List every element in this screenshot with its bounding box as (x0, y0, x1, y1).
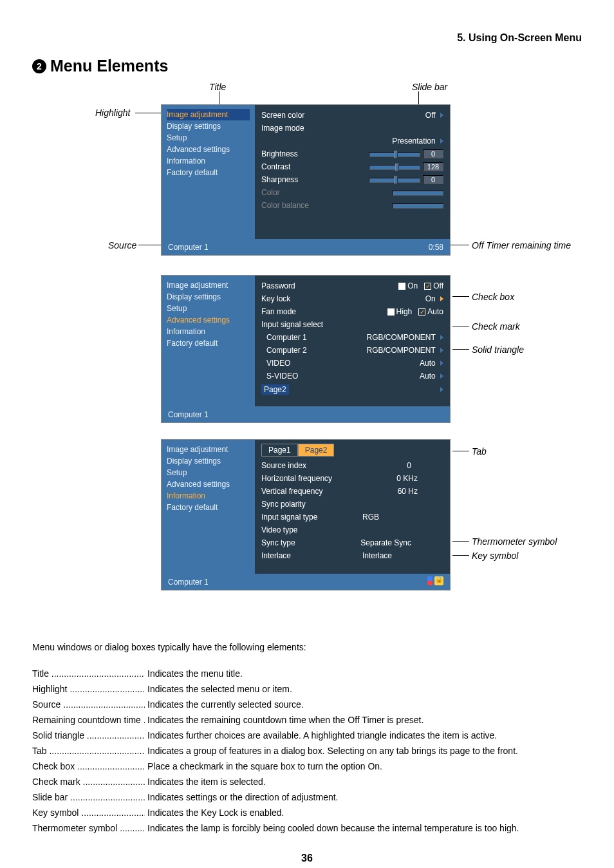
sidebar-item[interactable]: Setup (167, 467, 250, 478)
tab-group: Page1 Page2 (261, 444, 443, 457)
slider-control[interactable]: 0 (369, 175, 443, 184)
menu3-sidebar: Image adjustment Display settings Setup … (162, 440, 255, 590)
def-row: Solid triangle .........................… (32, 730, 582, 741)
def-desc: Indicates the Key Lock is enabled. (145, 807, 582, 818)
sidebar-item[interactable]: Display settings (167, 291, 250, 303)
sidebar-item[interactable]: Setup (167, 132, 250, 144)
sidebar-item[interactable]: Image adjustment (167, 109, 250, 120)
sidebar-item[interactable]: Information (167, 155, 250, 167)
checkbox-icon[interactable] (418, 308, 425, 316)
sidebar-item[interactable]: Display settings (167, 120, 250, 132)
callout-thermometer: Thermometer symbol (472, 536, 557, 547)
slider-control (392, 201, 443, 210)
callout-check-box: Check box (472, 292, 514, 302)
row-value[interactable]: RGB/COMPONENT (367, 346, 443, 355)
triangle-icon (440, 138, 443, 144)
row-label: Contrast (261, 162, 290, 171)
callout-highlight: Highlight (95, 108, 130, 118)
row-label: Sync type (261, 538, 295, 547)
def-row: Check mark .............................… (32, 777, 582, 787)
triangle-icon (440, 296, 443, 301)
row-label: Fan mode (261, 307, 296, 316)
sidebar-item[interactable]: Advanced settings (167, 478, 250, 490)
row-value[interactable]: Auto (420, 359, 443, 368)
def-desc: Indicates the selected menu or item. (145, 684, 582, 694)
def-term: Remaining countdown time ..... (32, 715, 145, 725)
checkbox-icon[interactable] (398, 283, 405, 290)
status-bar: Computer 1 (162, 406, 450, 422)
slider-control[interactable]: 128 (369, 162, 443, 171)
def-row: Check box ..............................… (32, 761, 582, 771)
row-label: Input signal select (261, 320, 323, 329)
row-value[interactable]: Presentation (392, 137, 443, 146)
callout-title: Title (209, 82, 226, 92)
section-title-text: Menu Elements (50, 57, 168, 75)
checkbox-icon[interactable] (424, 283, 431, 290)
tab-page2[interactable]: Page2 (298, 444, 335, 457)
row-value[interactable]: Off (425, 111, 443, 120)
callout-off-timer: Off Timer remaining time (472, 240, 571, 250)
row-value: 60 Hz (398, 487, 443, 496)
row-value[interactable]: Auto (420, 372, 443, 381)
sidebar-item[interactable]: Factory default (167, 167, 250, 178)
triangle-icon (440, 335, 443, 340)
menu-image-adjustment: Image adjustment Display settings Setup … (161, 104, 451, 256)
row-label: Color balance (261, 201, 309, 210)
sidebar-item[interactable]: Setup (167, 303, 250, 314)
def-desc: Indicates the lamp is forcibly being coo… (145, 823, 582, 833)
menu2-sidebar: Image adjustment Display settings Setup … (162, 276, 255, 422)
row-value: RGB (362, 513, 443, 522)
triangle-icon (440, 113, 443, 118)
page-number: 36 (32, 853, 582, 864)
row-label: Color (261, 188, 280, 197)
status-bar: Computer 1 0:58 (162, 239, 450, 255)
row-value: Separate Sync (360, 538, 443, 547)
row-label: Source index (261, 461, 306, 470)
definitions-list: Title ..................................… (32, 668, 582, 833)
tab-page1[interactable]: Page1 (261, 444, 298, 457)
sidebar-item[interactable]: Factory default (167, 337, 250, 349)
row-label: Input signal type (261, 513, 317, 522)
row-label: Video type (261, 525, 298, 534)
def-term: Thermometer symbol ............... (32, 823, 145, 833)
row-label: Sharpness (261, 175, 298, 184)
status-source: Computer 1 (168, 410, 209, 419)
sidebar-item[interactable]: Information (167, 490, 250, 502)
row-label: Horizontal frequency (261, 474, 332, 483)
def-term: Highlight ..............................… (32, 684, 145, 694)
def-row: Remaining countdown time .....Indicates … (32, 715, 582, 725)
def-desc: Indicates the menu title. (145, 668, 582, 679)
triangle-icon (440, 361, 443, 366)
row-value: Interlace (362, 551, 443, 560)
menu-information: Image adjustment Display settings Setup … (161, 439, 451, 590)
sidebar-item[interactable]: Image adjustment (167, 444, 250, 455)
row-label: Brightness (261, 149, 298, 158)
slider-control (392, 188, 443, 197)
row-label: S-VIDEO (261, 372, 298, 381)
sidebar-item[interactable]: Advanced settings (167, 144, 250, 155)
section-title: 2 Menu Elements (32, 57, 582, 75)
sidebar-item[interactable]: Information (167, 326, 250, 337)
callout-slide-bar: Slide bar (412, 82, 447, 92)
def-term: Title ..................................… (32, 668, 145, 679)
sidebar-item[interactable]: Display settings (167, 455, 250, 467)
def-row: Key symbol .............................… (32, 807, 582, 818)
def-row: Slide bar ..............................… (32, 792, 582, 802)
menu1-content: Screen colorOff Image mode Presentation … (255, 105, 450, 239)
checkbox-icon[interactable] (387, 308, 395, 316)
sidebar-item[interactable]: Advanced settings (167, 314, 250, 326)
status-timer: 0:58 (429, 243, 443, 252)
sidebar-item[interactable]: Factory default (167, 502, 250, 513)
sidebar-item[interactable]: Image adjustment (167, 279, 250, 291)
row-label[interactable]: Page2 (261, 384, 289, 395)
intro-paragraph: Menu windows or dialog boxes typically h… (32, 642, 582, 652)
slider-control[interactable]: 0 (369, 149, 443, 158)
def-desc: Indicates the item is selected. (145, 777, 582, 787)
row-value[interactable]: On (425, 294, 443, 303)
row-value: 0 (407, 461, 443, 470)
callout-solid-triangle: Solid triangle (472, 344, 524, 355)
callout-tab: Tab (472, 446, 487, 457)
row-value[interactable]: RGB/COMPONENT (367, 333, 443, 342)
callout-source: Source (108, 240, 136, 250)
def-row: Thermometer symbol ...............Indica… (32, 823, 582, 833)
